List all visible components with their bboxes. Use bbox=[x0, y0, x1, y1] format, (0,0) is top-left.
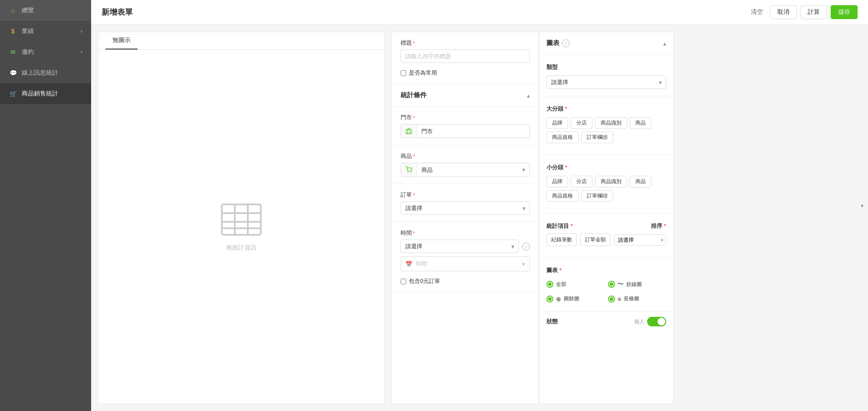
preview-panel: 無圖示 無統計資訊 bbox=[98, 32, 385, 404]
chart-types-grid: 全部 〜 折線圖 ⊕ 圓餅圖 ≡ 長條圖 bbox=[546, 279, 666, 304]
minor-tag-group: 品牌 分店 商品識別 商品 商品規格 訂單欄頭 bbox=[546, 176, 666, 202]
sidebar-label-performance: 業績 bbox=[22, 27, 34, 35]
time-info-icon[interactable]: i bbox=[522, 243, 530, 250]
major-required: * bbox=[565, 105, 567, 112]
time-select[interactable]: 請選擇 bbox=[401, 240, 519, 253]
chart-type-line-label: 折線圖 bbox=[626, 281, 642, 288]
chart-type-bar-label: 長條圖 bbox=[624, 295, 639, 302]
stat-items-row: 紀錄筆數 訂單金額 請選擇 ▾ bbox=[546, 233, 666, 246]
sidebar-label-invitation: 邀約 bbox=[22, 48, 34, 56]
clear-button[interactable]: 清空 bbox=[747, 6, 766, 19]
status-toggle[interactable] bbox=[647, 317, 666, 326]
order-amount-btn[interactable]: 訂單金額 bbox=[580, 233, 611, 246]
chart-header: 圖表 i ▴ bbox=[546, 39, 666, 47]
radio-pie bbox=[546, 296, 553, 302]
chart-info-icon[interactable]: i bbox=[562, 39, 570, 47]
sidebar-item-product-sales[interactable]: 🛒 商品銷售統計 bbox=[0, 83, 91, 104]
chart-header-section: 圖表 i ▴ bbox=[539, 32, 673, 55]
order-field: 訂單 * 請選擇 ▾ bbox=[401, 191, 530, 215]
preview-tabs: 無圖示 bbox=[99, 32, 384, 50]
line-icon: 〜 bbox=[618, 280, 624, 288]
sidebar-item-invitation[interactable]: ✉ 邀約 › bbox=[0, 42, 91, 62]
time-date-row[interactable]: 📅 時間 ▾ bbox=[401, 256, 530, 271]
stats-conditions-title: 統計條件 bbox=[401, 91, 427, 99]
minor-tag-brand[interactable]: 品牌 bbox=[546, 176, 568, 187]
sidebar-item-performance[interactable]: $ 業績 › bbox=[0, 21, 91, 42]
order-required: * bbox=[413, 192, 415, 198]
common-use-label: 是否為常用 bbox=[409, 69, 437, 77]
status-row: 狀態 個人 bbox=[539, 312, 673, 332]
chart-type-pie[interactable]: ⊕ 圓餅圖 bbox=[546, 293, 605, 304]
time-section: 時間 * 請選擇 ▾ i 📅 時間 bbox=[392, 222, 539, 293]
chart-types-label: 圖表 * bbox=[546, 266, 666, 274]
radio-all bbox=[546, 281, 553, 288]
radio-bar bbox=[608, 296, 615, 302]
status-label: 狀態 bbox=[546, 318, 558, 326]
title-input[interactable] bbox=[401, 49, 530, 63]
mail-icon: ✉ bbox=[9, 48, 17, 56]
major-category-label: 大分頭 * bbox=[546, 105, 666, 113]
minor-tag-order-col[interactable]: 訂單欄頭 bbox=[581, 190, 613, 202]
chart-type-line[interactable]: 〜 折線圖 bbox=[608, 279, 666, 290]
time-select-wrap: 請選擇 ▾ bbox=[401, 240, 519, 253]
title-label: 標題 * bbox=[401, 39, 530, 47]
major-tag-product-id[interactable]: 商品識別 bbox=[595, 117, 627, 129]
type-select[interactable]: 請選擇 bbox=[546, 76, 666, 89]
sidebar-label-overview: 總覽 bbox=[22, 7, 34, 14]
major-tag-branch[interactable]: 分店 bbox=[571, 117, 592, 129]
cancel-button[interactable]: 取消 bbox=[770, 5, 797, 19]
minor-category-label: 小分頭 * bbox=[546, 164, 666, 171]
sidebar-item-online-stats[interactable]: 💬 線上訊息統計 bbox=[0, 62, 91, 83]
chevron-right-icon-2: › bbox=[81, 49, 82, 55]
product-select[interactable]: 商品 bbox=[417, 164, 529, 176]
stats-conditions-section: 統計條件 ▴ bbox=[392, 84, 539, 107]
sort-select-wrap: 請選擇 ▾ bbox=[614, 234, 666, 246]
minor-tag-product-spec[interactable]: 商品規格 bbox=[546, 190, 579, 202]
save-button[interactable]: 儲存 bbox=[831, 5, 858, 19]
order-section: 訂單 * 請選擇 ▾ bbox=[392, 184, 539, 222]
minor-category-section: 小分頭 * 品牌 分店 商品識別 商品 商品規格 訂單欄頭 bbox=[539, 155, 673, 214]
major-tag-product[interactable]: 商品 bbox=[630, 117, 651, 129]
major-tag-order-col[interactable]: 訂單欄頭 bbox=[581, 132, 613, 143]
sidebar-label-online: 線上訊息統計 bbox=[22, 69, 58, 77]
type-select-wrap: 請選擇 ▾ bbox=[546, 76, 666, 89]
order-select-wrap: 請選擇 ▾ bbox=[401, 201, 530, 215]
chart-type-bar[interactable]: ≡ 長條圖 bbox=[608, 293, 666, 304]
preview-content: 無統計資訊 bbox=[99, 50, 384, 404]
minor-tag-branch[interactable]: 分店 bbox=[571, 176, 592, 187]
common-use-checkbox[interactable] bbox=[401, 70, 406, 76]
store-icon bbox=[401, 125, 417, 138]
sidebar-item-overview[interactable]: ⌂ 總覽 bbox=[0, 0, 91, 21]
sidebar: ⌂ 總覽 $ 業績 › ✉ 邀約 › 💬 線上訊息統計 🛒 商品銷售統計 bbox=[0, 0, 91, 411]
order-select[interactable]: 請選擇 bbox=[401, 201, 530, 215]
product-field: 商品 * 商品 ▾ bbox=[401, 152, 530, 177]
store-select[interactable]: 門市 bbox=[417, 125, 529, 138]
product-required: * bbox=[413, 153, 415, 160]
order-label: 訂單 * bbox=[401, 191, 530, 199]
major-category-section: 大分頭 * 品牌 分店 商品識別 商品 商品規格 訂單欄頭 bbox=[539, 96, 673, 155]
chevron-up-icon: ▴ bbox=[527, 92, 530, 99]
common-use-row: 是否為常用 bbox=[401, 69, 530, 77]
toggle-knob bbox=[658, 318, 665, 326]
stats-conditions-header[interactable]: 統計條件 ▴ bbox=[401, 91, 530, 99]
chart-title-row: 圖表 i bbox=[546, 39, 570, 47]
calculate-button[interactable]: 計算 bbox=[800, 5, 827, 19]
chart-type-all-label: 全部 bbox=[556, 281, 566, 288]
product-label: 商品 * bbox=[401, 152, 530, 160]
chart-types-section: 圖表 * 全部 〜 折線圖 ⊕ 圓餅 bbox=[539, 258, 673, 312]
sort-select[interactable]: 請選擇 bbox=[614, 234, 666, 246]
tab-no-icon[interactable]: 無圖示 bbox=[105, 32, 138, 49]
major-tag-brand[interactable]: 品牌 bbox=[546, 117, 568, 129]
minor-tag-product[interactable]: 商品 bbox=[630, 176, 651, 187]
zero-order-checkbox[interactable] bbox=[401, 279, 406, 284]
topbar-actions: 清空 取消 計算 儲存 bbox=[747, 5, 858, 19]
topbar: 新增表單 清空 取消 計算 儲存 bbox=[91, 0, 868, 25]
zero-order-label: 包含0元訂單 bbox=[409, 277, 440, 285]
chart-type-all[interactable]: 全部 bbox=[546, 279, 605, 290]
chart-icon: $ bbox=[9, 27, 17, 36]
records-count-btn[interactable]: 紀錄筆數 bbox=[546, 233, 577, 246]
store-label: 門市 * bbox=[401, 114, 530, 122]
major-tag-product-spec[interactable]: 商品規格 bbox=[546, 132, 579, 143]
minor-tag-product-id[interactable]: 商品識別 bbox=[595, 176, 627, 187]
title-section: 標題 * 是否為常用 bbox=[392, 32, 539, 84]
